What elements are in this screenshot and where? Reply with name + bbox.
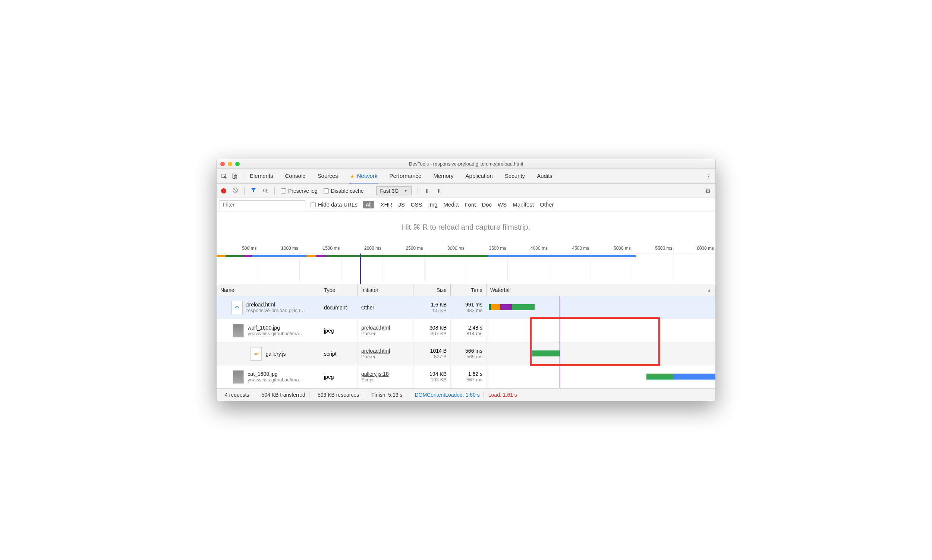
filter-type-manifest[interactable]: Manifest (512, 202, 534, 208)
preserve-log-checkbox[interactable]: Preserve log (281, 188, 318, 194)
timeline-overview[interactable]: 500 ms1000 ms1500 ms2000 ms2500 ms3000 m… (217, 243, 715, 284)
request-type: jpeg (320, 365, 357, 388)
dcl-marker (360, 254, 361, 284)
titlebar: DevTools - responsive-preload.glitch.me/… (217, 159, 715, 169)
more-menu-icon[interactable]: ⋮ (705, 172, 711, 180)
filter-type-xhr[interactable]: XHR (380, 202, 392, 208)
status-resources: 503 KB resources (314, 392, 363, 398)
settings-icon[interactable]: ⚙ (705, 187, 711, 195)
dcl-line (560, 319, 560, 342)
initiator-link[interactable]: preload.html (361, 325, 409, 331)
hide-data-urls-checkbox[interactable]: Hide data URLs (311, 202, 357, 208)
dcl-line (560, 342, 560, 365)
filter-type-doc[interactable]: Doc (481, 202, 492, 208)
request-row[interactable]: wolf_1600.jpgyoavweiss.github.io/ima… jp… (217, 319, 715, 342)
status-requests: 4 requests (221, 392, 253, 398)
request-domain: yoavweiss.github.io/ima… (248, 377, 303, 383)
tab-sources[interactable]: Sources (317, 169, 339, 183)
timeline-tick: 1000 ms (258, 246, 300, 251)
tab-performance[interactable]: Performance (389, 169, 422, 183)
size-raw: 827 B (434, 354, 447, 359)
col-size[interactable]: Size (414, 284, 451, 295)
filter-type-js[interactable]: JS (398, 202, 405, 208)
status-bar: 4 requests 504 KB transferred 503 KB res… (217, 389, 715, 401)
throttle-select[interactable]: Fast 3G▼ (376, 186, 412, 195)
initiator-link[interactable]: preload.html (361, 348, 409, 354)
request-type: jpeg (320, 319, 357, 342)
waterfall-bar (489, 304, 535, 310)
warning-icon: ▲ (350, 173, 355, 178)
clear-button[interactable] (232, 187, 238, 194)
file-icon: JS (251, 347, 262, 360)
time-raw: 814 ms (466, 331, 482, 336)
initiator-source: Parser (361, 354, 409, 359)
size: 308 KB (429, 325, 447, 331)
download-icon[interactable]: ⬇ (436, 188, 442, 194)
dcl-line (560, 296, 560, 319)
file-icon (233, 370, 244, 384)
overview-bar (306, 255, 636, 257)
col-time[interactable]: Time (451, 284, 486, 295)
initiator-link[interactable]: gallery.js:18 (361, 371, 409, 377)
status-finish: Finish: 5.13 s (368, 392, 406, 398)
device-toggle-icon[interactable] (232, 173, 237, 179)
time-raw: 983 ms (466, 308, 482, 313)
initiator-source: Parser (361, 331, 409, 336)
time: 1.62 s (468, 371, 482, 377)
waterfall-bar (646, 374, 716, 380)
time: 2.48 s (468, 325, 482, 331)
col-initiator[interactable]: Initiator (357, 284, 414, 295)
filmstrip-hint: Hit ⌘ R to reload and capture filmstrip. (402, 223, 531, 232)
timeline-tick: 5500 ms (632, 246, 674, 251)
col-waterfall[interactable]: Waterfall▲ (486, 284, 715, 295)
request-name: preload.html (246, 302, 305, 308)
size-raw: 193 KB (431, 377, 447, 383)
upload-icon[interactable]: ⬆ (424, 188, 430, 194)
filter-toggle-icon[interactable] (251, 187, 257, 194)
filter-type-other[interactable]: Other (540, 202, 554, 208)
timeline-tick: 4500 ms (549, 246, 591, 251)
filter-type-media[interactable]: Media (444, 202, 459, 208)
request-row[interactable]: JSgallery.js script preload.htmlParser 1… (217, 342, 715, 365)
search-icon[interactable] (263, 188, 268, 194)
tab-network[interactable]: ▲Network (349, 169, 378, 183)
tab-console[interactable]: Console (285, 169, 306, 183)
tab-elements[interactable]: Elements (249, 169, 274, 183)
time-raw: 565 ms (466, 354, 482, 359)
filter-type-css[interactable]: CSS (411, 202, 422, 208)
filter-type-all[interactable]: All (363, 201, 375, 208)
request-type: script (320, 342, 357, 365)
filter-type-img[interactable]: Img (428, 202, 437, 208)
waterfall-bar (532, 351, 560, 357)
filter-type-font[interactable]: Font (464, 202, 476, 208)
request-type: document (320, 296, 357, 319)
timeline-tick: 2000 ms (341, 246, 383, 251)
initiator-text: Other (361, 305, 409, 311)
request-row[interactable]: <>preload.htmlresponsive-preload.glitch…… (217, 296, 715, 319)
svg-point-4 (264, 189, 266, 192)
request-row[interactable]: cat_1600.jpgyoavweiss.github.io/ima… jpe… (217, 365, 715, 389)
col-name[interactable]: Name (217, 284, 320, 295)
network-toolbar: Preserve log Disable cache Fast 3G▼ ⬆ ⬇ … (217, 184, 715, 198)
timeline-tick: 3000 ms (424, 246, 466, 251)
tab-security[interactable]: Security (504, 169, 526, 183)
tab-memory[interactable]: Memory (432, 169, 454, 183)
inspect-icon[interactable] (221, 173, 227, 179)
initiator-source: Script (361, 377, 409, 383)
window-title: DevTools - responsive-preload.glitch.me/… (217, 161, 715, 167)
filter-type-ws[interactable]: WS (498, 202, 507, 208)
request-domain: responsive-preload.glitch… (246, 308, 305, 313)
timeline-tick: 1500 ms (300, 246, 341, 251)
col-type[interactable]: Type (320, 284, 357, 295)
status-transferred: 504 KB transferred (258, 392, 309, 398)
tabs-bar: ElementsConsoleSources▲NetworkPerformanc… (217, 169, 715, 184)
record-button[interactable] (221, 188, 226, 194)
tab-application[interactable]: Application (465, 169, 494, 183)
waterfall-bar (532, 327, 647, 333)
size: 1.6 KB (431, 302, 447, 308)
disable-cache-checkbox[interactable]: Disable cache (324, 188, 364, 194)
size: 1014 B (430, 348, 447, 354)
filter-input[interactable] (220, 200, 305, 209)
tab-audits[interactable]: Audits (536, 169, 553, 183)
size-raw: 1.5 KB (432, 308, 447, 313)
